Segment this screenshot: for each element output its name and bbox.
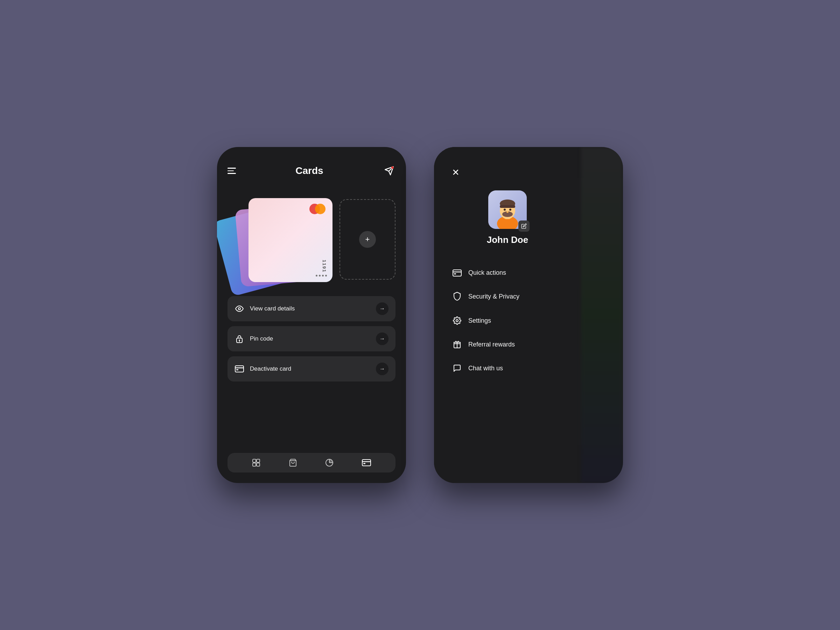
- menu-panel: John Doe Quick actions: [434, 147, 581, 483]
- card-dots: [316, 275, 327, 276]
- svg-rect-16: [362, 459, 371, 466]
- avatar-container: [488, 190, 527, 229]
- quick-actions-icon: [452, 270, 462, 276]
- close-button[interactable]: [448, 164, 463, 180]
- avatar-edit-button[interactable]: [518, 221, 529, 232]
- chat-icon: [452, 364, 462, 373]
- card-main-bottom: 1191: [254, 260, 327, 276]
- svg-point-0: [391, 166, 394, 169]
- menu-item-chat-with-us[interactable]: Chat with us: [448, 358, 567, 379]
- nav-chart-icon[interactable]: [325, 458, 333, 467]
- nav-bag-icon[interactable]: [289, 458, 297, 467]
- card-stack: 1191: [227, 191, 336, 282]
- pin-code-label: Pin code: [250, 335, 273, 342]
- gift-icon: [452, 340, 462, 349]
- deactivate-card-button[interactable]: Deactivate card →: [227, 356, 395, 382]
- chat-with-us-label: Chat with us: [468, 365, 503, 372]
- view-card-details-left: View card details: [235, 305, 295, 313]
- shield-icon: [452, 292, 462, 301]
- menu-item-referral-rewards[interactable]: Referral rewards: [448, 334, 567, 355]
- add-card-dashed: +: [339, 199, 395, 279]
- svg-point-27: [504, 208, 506, 211]
- view-card-details-label: View card details: [250, 305, 295, 312]
- menu-item-settings[interactable]: Settings: [448, 310, 567, 331]
- blurred-side-panel: [581, 147, 623, 483]
- svg-point-30: [507, 212, 508, 213]
- phone-left: Cards: [217, 147, 406, 483]
- deactivate-card-left: Deactivate card: [235, 365, 291, 373]
- nav-cards-icon[interactable]: [362, 459, 371, 466]
- pin-code-left: Pin code: [235, 335, 273, 343]
- phones-container: Cards: [217, 147, 623, 483]
- svg-rect-10: [253, 463, 256, 466]
- phone-header: Cards: [227, 164, 395, 177]
- eye-icon: [235, 305, 244, 313]
- quick-actions-label: Quick actions: [468, 269, 506, 276]
- nav-grid-icon[interactable]: [252, 458, 261, 467]
- svg-rect-7: [236, 369, 238, 370]
- bottom-nav: [227, 453, 395, 472]
- card-main-top: [254, 204, 327, 214]
- send-icon[interactable]: [383, 164, 395, 177]
- security-privacy-label: Security & Privacy: [468, 293, 519, 300]
- page-title: Cards: [295, 165, 323, 177]
- card-number: 1191: [322, 260, 327, 273]
- svg-point-28: [509, 208, 512, 211]
- deactivate-card-icon: [235, 365, 244, 373]
- hamburger-icon[interactable]: [227, 167, 236, 174]
- menu-item-quick-actions[interactable]: Quick actions: [448, 263, 567, 283]
- svg-rect-18: [363, 463, 365, 464]
- cards-area: 1191 +: [227, 188, 395, 286]
- svg-rect-11: [257, 463, 260, 466]
- deactivate-card-arrow: →: [376, 363, 388, 375]
- svg-rect-5: [235, 366, 243, 372]
- lock-icon: [235, 335, 244, 343]
- view-card-details-arrow: →: [376, 302, 388, 315]
- mastercard-logo: [309, 204, 327, 214]
- svg-rect-8: [253, 459, 256, 463]
- pin-code-arrow: →: [376, 333, 388, 345]
- svg-rect-26: [500, 205, 515, 208]
- view-card-details-button[interactable]: View card details →: [227, 296, 395, 321]
- menu-items: Quick actions Security & Privacy: [448, 263, 567, 379]
- action-buttons: View card details → Pin code: [227, 296, 395, 382]
- add-card-button[interactable]: +: [359, 231, 376, 248]
- card-main[interactable]: 1191: [248, 198, 333, 282]
- mc-orange-circle: [315, 204, 325, 214]
- gear-icon: [452, 316, 462, 325]
- svg-rect-9: [257, 459, 260, 463]
- svg-point-34: [456, 319, 458, 322]
- menu-item-security-privacy[interactable]: Security & Privacy: [448, 286, 567, 307]
- user-profile: John Doe: [448, 190, 567, 245]
- phone-right: John Doe Quick actions: [434, 147, 623, 483]
- svg-rect-33: [454, 273, 456, 275]
- settings-label: Settings: [468, 317, 491, 324]
- deactivate-card-label: Deactivate card: [250, 365, 291, 373]
- svg-rect-31: [453, 270, 461, 276]
- referral-rewards-label: Referral rewards: [468, 341, 515, 348]
- pin-code-button[interactable]: Pin code →: [227, 326, 395, 351]
- user-name: John Doe: [487, 235, 528, 245]
- svg-point-1: [238, 308, 240, 310]
